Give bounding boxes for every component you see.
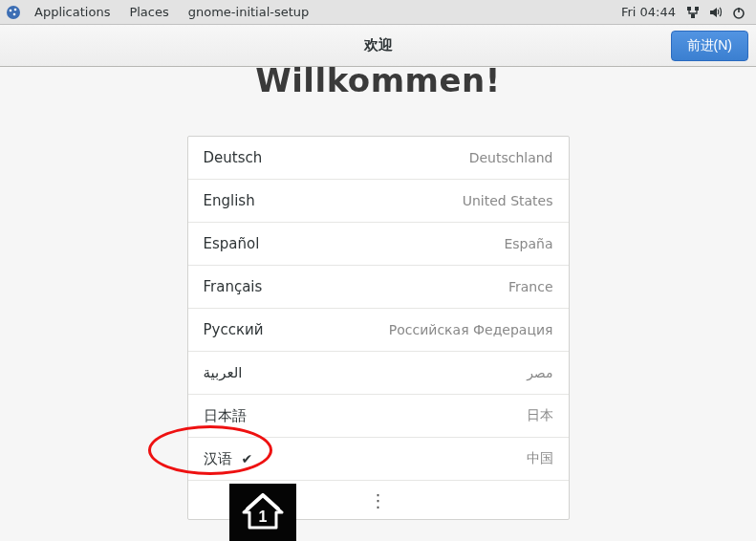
language-row[interactable]: 汉语✔中国 (188, 438, 569, 481)
language-name: Español (204, 235, 260, 252)
welcome-heading: Willkommen! (255, 61, 501, 99)
svg-text:1: 1 (259, 509, 268, 525)
check-icon: ✔ (242, 451, 253, 466)
content-area: Willkommen! DeutschDeutschlandEnglishUni… (0, 67, 756, 541)
language-row[interactable]: РусскийРоссийская Федерация (188, 309, 569, 352)
network-icon[interactable] (685, 5, 701, 20)
language-row[interactable]: العربيةمصر (188, 352, 569, 395)
language-name: 汉语 (204, 450, 232, 468)
language-country: 中国 (527, 450, 553, 467)
system-tray (685, 5, 750, 20)
volume-icon[interactable] (708, 5, 724, 20)
svg-rect-5 (695, 7, 699, 11)
language-name: Français (204, 278, 263, 295)
language-name: 日本語 (204, 407, 247, 425)
language-country: España (504, 236, 552, 251)
language-row[interactable]: DeutschDeutschland (188, 137, 569, 180)
svg-point-1 (10, 9, 12, 11)
svg-rect-4 (687, 7, 691, 11)
language-row[interactable]: EnglishUnited States (188, 180, 569, 223)
page-title: 欢迎 (364, 36, 393, 54)
language-country: 日本 (527, 407, 553, 424)
svg-point-2 (14, 8, 17, 11)
top-panel: Applications Places gnome-initial-setup … (0, 0, 756, 25)
places-menu[interactable]: Places (119, 5, 178, 19)
language-country: Deutschland (469, 150, 553, 165)
clock[interactable]: Fri 04:44 (612, 5, 685, 19)
language-list: DeutschDeutschlandEnglishUnited StatesEs… (187, 136, 570, 520)
language-row[interactable]: FrançaisFrance (188, 266, 569, 309)
language-row[interactable]: 日本語日本 (188, 395, 569, 438)
language-country: France (508, 279, 553, 294)
current-app-label[interactable]: gnome-initial-setup (179, 5, 319, 19)
power-icon[interactable] (731, 5, 746, 20)
language-name: Русский (204, 321, 264, 338)
distro-logo-icon (6, 4, 23, 21)
step-badge: 1 (229, 484, 296, 541)
house-1-icon: 1 (240, 489, 286, 535)
language-name: العربية (204, 364, 243, 381)
svg-point-0 (7, 6, 20, 19)
language-country: United States (463, 193, 553, 208)
language-country: مصر (527, 365, 552, 380)
svg-point-3 (13, 12, 16, 15)
next-button[interactable]: 前进(N) (671, 31, 748, 61)
applications-menu[interactable]: Applications (25, 5, 119, 19)
language-country: Российская Федерация (389, 322, 553, 337)
more-icon: ⋮ (370, 490, 387, 510)
language-row[interactable]: EspañolEspaña (188, 223, 569, 266)
language-name: Deutsch (204, 149, 263, 166)
language-name: English (204, 192, 255, 209)
